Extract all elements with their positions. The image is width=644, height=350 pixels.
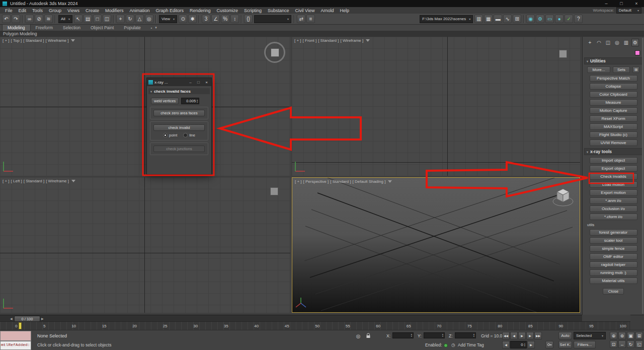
- select-and-scale-icon[interactable]: △: [135, 15, 144, 23]
- viewport-menu[interactable]: [ + ]: [294, 38, 301, 43]
- ribbon-tab-selection[interactable]: Selection: [58, 25, 86, 31]
- menu-item[interactable]: Customize: [214, 8, 242, 13]
- viewport-menu[interactable]: [ + ]: [3, 179, 10, 183]
- xray-tool-button[interactable]: Export motion: [590, 189, 637, 196]
- project-folder-dropdown[interactable]: F:\3ds Max 2022\scenes▾: [420, 15, 473, 23]
- check-invalid-faces-rollout[interactable]: ▾ check invalid faces: [148, 88, 210, 94]
- mirror-icon[interactable]: ⇄: [297, 15, 305, 23]
- xray-tools-rollout-header[interactable]: ▾ x-ray tools: [584, 148, 642, 155]
- rectangular-selection-region-icon[interactable]: □: [93, 15, 102, 23]
- viewcube[interactable]: [559, 50, 567, 58]
- spinner-icon[interactable]: ▴▾: [473, 333, 474, 337]
- spinner-icon[interactable]: ▴▾: [197, 99, 198, 103]
- viewport-menu[interactable]: [ + ]: [3, 38, 10, 43]
- xray-tool-button[interactable]: Import object: [590, 157, 637, 164]
- help-icon[interactable]: ?: [574, 15, 583, 23]
- menu-item[interactable]: Views: [64, 8, 83, 13]
- utilities-rollout-header[interactable]: ▾ Utilities: [584, 57, 642, 64]
- spinner-icon[interactable]: ▴▾: [442, 333, 443, 337]
- viewport-menu[interactable]: [ Wireframe ]: [46, 38, 69, 43]
- weld-vertices-button[interactable]: weld vertices: [151, 98, 179, 104]
- close-utility-button[interactable]: Close: [603, 288, 624, 295]
- panel-scrollbar[interactable]: [642, 38, 643, 314]
- edit-named-sets-icon[interactable]: {}: [244, 15, 253, 23]
- utility-button[interactable]: Reset XForm: [590, 115, 637, 122]
- render-cloud-icon[interactable]: ✓: [565, 15, 573, 23]
- x-coordinate-field[interactable]: ▴▾: [392, 332, 414, 338]
- time-slider[interactable]: ◀ 0 / 100 ▶: [0, 315, 582, 322]
- viewport-left[interactable]: [ + ][ Left ][ Standard ][ Wireframe ]: [0, 177, 290, 313]
- viewport-filter-icon[interactable]: [71, 180, 75, 182]
- select-and-move-icon[interactable]: +: [116, 15, 125, 23]
- orbit-icon[interactable]: ↻: [627, 340, 634, 348]
- play-button[interactable]: ▶: [518, 332, 526, 339]
- set-key-mode-button[interactable]: Set K.: [558, 341, 572, 348]
- dialog-close-button[interactable]: ×: [203, 80, 210, 85]
- macro-recorder-pane[interactable]: [0, 331, 31, 341]
- xray-tool-button[interactable]: Occlusion i/o: [590, 205, 637, 212]
- percent-snap-icon[interactable]: %: [221, 15, 229, 23]
- utility-button[interactable]: Perspective Match: [590, 75, 637, 82]
- create-tab[interactable]: +: [586, 39, 594, 46]
- utilities-tab[interactable]: ⚙: [631, 39, 639, 46]
- viewport-menu[interactable]: [ Top ]: [11, 38, 22, 43]
- select-and-manipulate-icon[interactable]: ✱: [188, 15, 197, 23]
- menu-item[interactable]: Edit: [16, 8, 30, 13]
- select-and-place-icon[interactable]: ◎: [145, 15, 153, 23]
- menu-item[interactable]: Help: [337, 8, 352, 13]
- isolate-selection-icon[interactable]: ◎: [354, 332, 362, 340]
- rendered-frame-window-icon[interactable]: ▭: [545, 15, 554, 23]
- utils-button[interactable]: ragdoll helper: [590, 261, 637, 268]
- minimize-button[interactable]: –: [599, 0, 614, 7]
- viewport-menu[interactable]: [ Default Shading ]: [353, 179, 386, 184]
- layer-explorer-icon[interactable]: ▦: [484, 15, 493, 23]
- align-icon[interactable]: ≡: [306, 15, 315, 23]
- workspace-dropdown[interactable]: Default▾: [616, 7, 641, 14]
- viewcube-face[interactable]: [271, 48, 279, 57]
- zoom-icon[interactable]: ⊕: [610, 332, 617, 339]
- maximize-viewport-icon[interactable]: ◱: [635, 340, 643, 348]
- check-zero-area-faces-button[interactable]: check zero area faces: [153, 110, 205, 116]
- zoom-extents-all-icon[interactable]: ⊞: [635, 332, 643, 339]
- y-coordinate-field[interactable]: ▴▾: [424, 332, 445, 338]
- utils-button[interactable]: Material utils: [590, 277, 637, 284]
- utility-config-icon[interactable]: ⊞: [632, 66, 639, 73]
- utils-button[interactable]: OMF editor: [590, 253, 637, 260]
- redo-icon[interactable]: ↷: [12, 15, 20, 23]
- menu-item[interactable]: Arnold: [317, 8, 337, 13]
- scene-explorer-icon[interactable]: ▥: [474, 15, 483, 23]
- next-frame-button[interactable]: ▶: [526, 332, 534, 339]
- menu-item[interactable]: Group: [46, 8, 64, 13]
- utility-button[interactable]: Motion Capture: [590, 107, 637, 114]
- viewcube[interactable]: [270, 187, 278, 195]
- utility-button[interactable]: UVW Remove: [590, 139, 637, 146]
- go-to-start-button[interactable]: ◀◀: [502, 332, 510, 339]
- viewport-filter-icon[interactable]: [388, 180, 392, 183]
- track-bar[interactable]: 0510152025303540455055606570758085909510…: [0, 321, 630, 330]
- sets-button[interactable]: Sets: [613, 66, 630, 73]
- select-by-name-icon[interactable]: ▤: [84, 15, 92, 23]
- viewport-menu[interactable]: [ + ]: [295, 179, 302, 184]
- radio-on-icon[interactable]: [163, 133, 168, 137]
- schematic-view-icon[interactable]: ⊞: [513, 15, 521, 23]
- window-crossing-icon[interactable]: ◫: [103, 15, 111, 23]
- utility-button[interactable]: Measure: [590, 99, 637, 106]
- use-pivot-point-icon[interactable]: ⊙: [179, 15, 187, 23]
- utils-button[interactable]: scaler tool: [590, 237, 637, 244]
- bind-to-space-warp-icon[interactable]: ≋: [44, 15, 53, 23]
- ribbon-tab-populate[interactable]: Populate: [119, 25, 146, 31]
- curve-editor-icon[interactable]: ∿: [503, 15, 512, 23]
- viewcube[interactable]: [264, 42, 285, 63]
- ribbon-config-icon[interactable]: ▾: [155, 26, 157, 30]
- previous-frame-button[interactable]: ◀: [510, 332, 518, 339]
- pan-icon[interactable]: ↔: [618, 340, 626, 348]
- utility-button[interactable]: Color Clipboard: [590, 91, 637, 98]
- close-button[interactable]: ×: [629, 0, 644, 7]
- add-time-tag[interactable]: Add Time Tag: [458, 342, 484, 347]
- angle-snap-icon[interactable]: ∠: [211, 15, 220, 23]
- menu-item[interactable]: Rendering: [187, 8, 214, 13]
- viewport-filter-icon[interactable]: [366, 39, 370, 42]
- auto-key-button[interactable]: Auto: [558, 332, 572, 339]
- viewport-front[interactable]: [ + ][ Front ][ Standard ][ Wireframe ]: [292, 37, 580, 176]
- render-setup-icon[interactable]: ⚙: [536, 15, 544, 23]
